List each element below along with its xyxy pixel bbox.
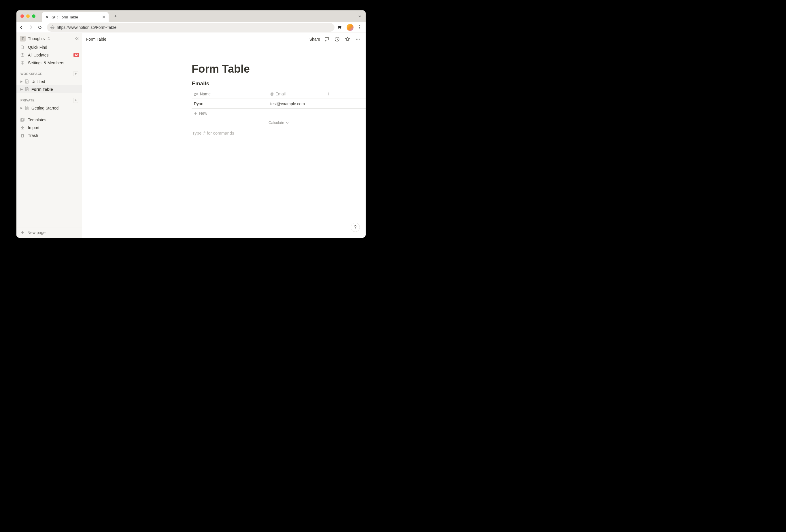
add-column-button[interactable] [324,89,366,99]
trash-icon [20,134,25,137]
doc-icon [25,106,30,110]
cell-email[interactable]: test@example.com [268,99,324,108]
clock-icon [20,53,25,57]
doc-icon [25,79,30,84]
database-table: Aa Name @ Email Ryan [192,89,366,127]
svg-point-1 [21,46,24,48]
svg-point-9 [359,39,360,40]
page-label: Getting Started [31,106,59,110]
new-page-label: New page [27,230,46,235]
updates-badge: 12 [73,53,79,57]
plus-icon [20,231,24,235]
page-label: Form Table [31,87,53,92]
browser-window: N (9+) Form Table + https://www.notion.s… [17,10,366,238]
app-body: T Thoughts Quick Find All Updat [17,33,366,238]
sidebar: T Thoughts Quick Find All Updat [17,33,82,238]
email-property-icon: @ [270,92,274,96]
unfold-icon [48,37,50,40]
quick-find[interactable]: Quick Find [17,43,82,51]
browser-toolbar: https://www.notion.so/Form-Table ⋮ [17,22,366,33]
database-title[interactable]: Emails [192,80,366,87]
table-row[interactable]: Ryan test@example.com [192,99,366,109]
maximize-window-button[interactable] [32,15,36,18]
quick-find-label: Quick Find [28,45,47,50]
history-icon[interactable] [334,37,341,42]
workspace-badge: T [20,36,26,42]
forward-button[interactable] [28,25,35,30]
cell-name[interactable]: Ryan [192,99,268,108]
share-button[interactable]: Share [309,37,320,42]
svg-point-8 [357,39,359,40]
svg-point-7 [356,39,357,40]
collapse-sidebar-button[interactable] [75,37,79,40]
notion-favicon-icon: N [45,15,49,19]
private-section-header: PRIVATE + [17,93,82,104]
reload-button[interactable] [38,25,44,29]
svg-point-3 [22,62,23,63]
window-controls [20,15,36,18]
help-button[interactable]: ? [351,223,360,232]
empty-block-prompt[interactable]: Type '/' for commands [192,127,366,139]
column-header-email[interactable]: @ Email [268,89,324,99]
download-icon [20,126,25,130]
page-label: Untitled [31,79,45,84]
calculate-button[interactable]: Calculate [192,118,366,127]
settings-label: Settings & Members [28,61,64,65]
favorite-icon[interactable] [345,37,351,42]
templates-label: Templates [28,118,46,122]
column-header-name[interactable]: Aa Name [192,89,268,99]
page-topbar: Form Table Share [82,33,366,46]
tab-strip: N (9+) Form Table + [17,10,366,22]
address-bar[interactable]: https://www.notion.so/Form-Table [47,23,334,32]
gear-icon [20,61,25,65]
tabs-overflow-button[interactable] [358,15,362,18]
workspace-switcher[interactable]: T Thoughts [17,33,82,43]
chevron-right-icon[interactable]: ▶ [20,80,23,83]
new-page-button[interactable]: New page [17,227,82,238]
import[interactable]: Import [17,124,82,132]
profile-avatar[interactable] [347,24,353,31]
page-title[interactable]: Form Table [192,63,366,75]
text-property-icon: Aa [194,92,198,96]
globe-icon [50,25,54,29]
add-row-button[interactable]: New [192,109,366,118]
tab-title: (9+) Form Table [51,15,99,19]
trash-label: Trash [28,133,38,138]
more-icon[interactable] [355,37,362,42]
all-updates-label: All Updates [28,53,49,57]
url-text: https://www.notion.so/Form-Table [57,25,116,30]
templates-icon [20,118,25,122]
workspace-name: Thoughts [28,36,45,41]
doc-icon [25,87,30,91]
back-button[interactable] [19,25,26,30]
settings-members[interactable]: Settings & Members [17,59,82,67]
import-label: Import [28,125,40,130]
main-area: Form Table Share Form Table [82,33,366,238]
templates[interactable]: Templates [17,116,82,124]
workspace-section-header: WORKSPACE + [17,67,82,77]
new-tab-button[interactable]: + [112,13,120,19]
table-header: Aa Name @ Email [192,89,366,99]
breadcrumb[interactable]: Form Table [86,37,106,42]
trash[interactable]: Trash [17,132,82,139]
add-workspace-page-button[interactable]: + [73,71,78,76]
page-content: Form Table Emails Aa Name @ Email [82,46,366,238]
chevron-right-icon[interactable]: ▶ [20,106,23,110]
minimize-window-button[interactable] [26,15,30,18]
close-window-button[interactable] [20,15,24,18]
browser-menu-button[interactable]: ⋮ [356,24,363,30]
all-updates[interactable]: All Updates 12 [17,51,82,59]
search-icon [20,45,25,49]
sidebar-page-untitled[interactable]: ▶ Untitled [17,77,82,85]
close-tab-button[interactable] [102,15,106,19]
sidebar-page-getting-started[interactable]: ▶ Getting Started [17,104,82,112]
browser-tab[interactable]: N (9+) Form Table [42,12,109,22]
chevron-right-icon[interactable]: ▶ [20,88,23,91]
sidebar-page-form-table[interactable]: ▶ Form Table [17,85,82,93]
cell-empty[interactable] [324,99,366,108]
add-private-page-button[interactable]: + [73,98,78,103]
extensions-button[interactable] [338,25,344,30]
comments-icon[interactable] [324,37,330,42]
